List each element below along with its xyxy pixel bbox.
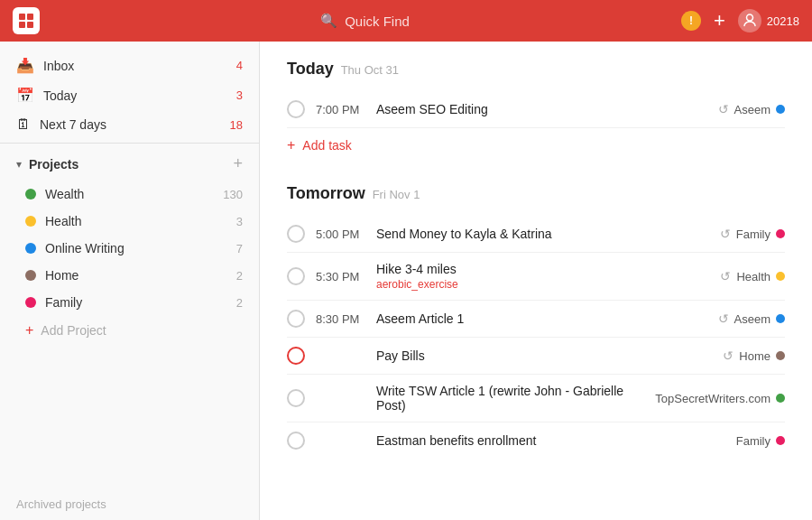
svg-rect-0 (19, 14, 25, 20)
repeat-icon: ↺ (720, 269, 731, 283)
wealth-count: 130 (223, 188, 243, 201)
sidebar-item-inbox[interactable]: 📥 Inbox 4 (0, 51, 259, 80)
task-project-label: Family (736, 434, 770, 448)
task-time: 5:00 PM (316, 228, 365, 241)
projects-header[interactable]: ▾ Projects + (0, 147, 259, 181)
task-project-label: Aseem (734, 312, 770, 326)
tomorrow-date: Fri Nov 1 (373, 188, 420, 201)
quick-find-search[interactable]: 🔍 Quick Find (49, 13, 681, 29)
task-project-dot (776, 229, 785, 238)
add-button[interactable]: + (714, 9, 725, 32)
sidebar-nav: 📥 Inbox 4 📅 Today 3 🗓 Next 7 days 18 ▾ P… (0, 42, 259, 350)
task-circle[interactable] (287, 100, 305, 118)
family-dot (25, 297, 36, 308)
today-title: Today (287, 60, 334, 79)
add-project-icon: + (25, 322, 33, 339)
wealth-label: Wealth (45, 187, 214, 201)
task-circle[interactable] (287, 225, 305, 243)
task-item: 8:30 PM Aseem Article 1 ↺ Aseem (287, 301, 785, 338)
task-meta: ↺ Home (723, 348, 785, 363)
svg-rect-2 (19, 22, 25, 28)
task-meta: ↺ Family (720, 227, 785, 241)
wealth-dot (25, 189, 36, 200)
task-circle-priority[interactable] (287, 347, 305, 365)
task-title: Send Money to Kayla & Katrina (376, 227, 709, 241)
task-meta: TopSecretWriters.com (655, 392, 785, 405)
sidebar-item-next7-count: 18 (230, 118, 243, 132)
task-meta: ↺ Aseem (718, 102, 785, 116)
task-circle[interactable] (287, 310, 305, 328)
health-dot (25, 216, 36, 227)
task-project-dot (776, 105, 785, 114)
sidebar-item-family[interactable]: Family 2 (0, 289, 259, 316)
health-count: 3 (236, 215, 243, 228)
task-item: 5:30 PM Hike 3-4 miles aerobic_exercise … (287, 253, 785, 301)
task-meta: ↺ Health (720, 269, 785, 283)
tomorrow-title: Tomorrow (287, 184, 365, 203)
sidebar-item-wealth[interactable]: Wealth 130 (0, 181, 259, 208)
task-subtag: aerobic_exercise (376, 278, 709, 291)
user-avatar-button[interactable]: 20218 (738, 9, 799, 32)
svg-rect-1 (27, 14, 33, 20)
sidebar-item-health[interactable]: Health 3 (0, 208, 259, 235)
today-icon: 📅 (16, 87, 34, 104)
add-project-button[interactable]: + Add Project (0, 316, 259, 345)
warning-icon: ! (689, 14, 693, 27)
add-task-label: Add task (302, 138, 351, 153)
task-body: Eastman benefits enrollment (376, 433, 725, 448)
today-section-header: Today Thu Oct 31 (287, 60, 785, 79)
task-project-label: TopSecretWriters.com (655, 392, 770, 405)
warning-button[interactable]: ! (681, 11, 701, 31)
task-body: Pay Bills (376, 348, 712, 363)
task-project-dot (776, 351, 785, 360)
avatar-icon (738, 9, 761, 32)
topbar: 🔍 Quick Find ! + 20218 (0, 0, 812, 42)
sidebar-item-home[interactable]: Home 2 (0, 262, 259, 289)
app-logo[interactable] (13, 7, 40, 34)
sidebar-item-today-count: 3 (236, 88, 243, 102)
home-label: Home (45, 268, 227, 283)
content-area: Today Thu Oct 31 7:00 PM Aseem SEO Editi… (260, 42, 812, 520)
task-title: Pay Bills (376, 348, 712, 363)
add-task-button[interactable]: + Add task (287, 128, 785, 162)
svg-rect-3 (27, 22, 33, 28)
task-project-label: Family (736, 228, 770, 241)
health-label: Health (45, 214, 227, 228)
sidebar: 📥 Inbox 4 📅 Today 3 🗓 Next 7 days 18 ▾ P… (0, 42, 260, 520)
task-circle[interactable] (287, 389, 305, 407)
sidebar-item-today[interactable]: 📅 Today 3 (0, 80, 259, 110)
home-dot (25, 270, 36, 281)
sidebar-item-next7-label: Next 7 days (40, 117, 221, 132)
task-title: Write TSW Article 1 (rewrite John - Gabr… (376, 384, 644, 413)
topbar-actions: ! + 20218 (681, 9, 799, 32)
online-writing-label: Online Writing (45, 241, 227, 255)
task-project-label: Health (736, 270, 770, 283)
task-title: Aseem Article 1 (376, 311, 707, 326)
task-title: Hike 3-4 miles (376, 262, 709, 276)
family-count: 2 (236, 296, 243, 310)
next7-icon: 🗓 (16, 116, 31, 133)
archived-label: Archived projects (16, 497, 106, 511)
chevron-down-icon: ▾ (16, 158, 22, 171)
add-task-icon: + (287, 137, 295, 153)
task-title: Aseem SEO Editing (376, 102, 707, 116)
today-date: Thu Oct 31 (341, 63, 399, 77)
task-time: 5:30 PM (316, 270, 365, 283)
main-layout: 📥 Inbox 4 📅 Today 3 🗓 Next 7 days 18 ▾ P… (0, 42, 812, 520)
sidebar-item-next7[interactable]: 🗓 Next 7 days 18 (0, 110, 259, 139)
archived-projects-link[interactable]: Archived projects (0, 488, 259, 520)
online-writing-count: 7 (236, 242, 243, 255)
task-item: Write TSW Article 1 (rewrite John - Gabr… (287, 375, 785, 422)
task-circle[interactable] (287, 267, 305, 285)
online-writing-dot (25, 243, 36, 254)
sidebar-item-today-label: Today (43, 88, 227, 103)
sidebar-item-online-writing[interactable]: Online Writing 7 (0, 235, 259, 262)
add-project-plus-icon[interactable]: + (233, 154, 243, 173)
task-time: 7:00 PM (316, 103, 365, 116)
tomorrow-section-header: Tomorrow Fri Nov 1 (287, 184, 785, 203)
repeat-icon: ↺ (718, 102, 729, 116)
search-placeholder: Quick Find (345, 14, 410, 29)
task-circle[interactable] (287, 432, 305, 450)
task-project-dot (776, 272, 785, 281)
projects-title: Projects (29, 157, 233, 172)
